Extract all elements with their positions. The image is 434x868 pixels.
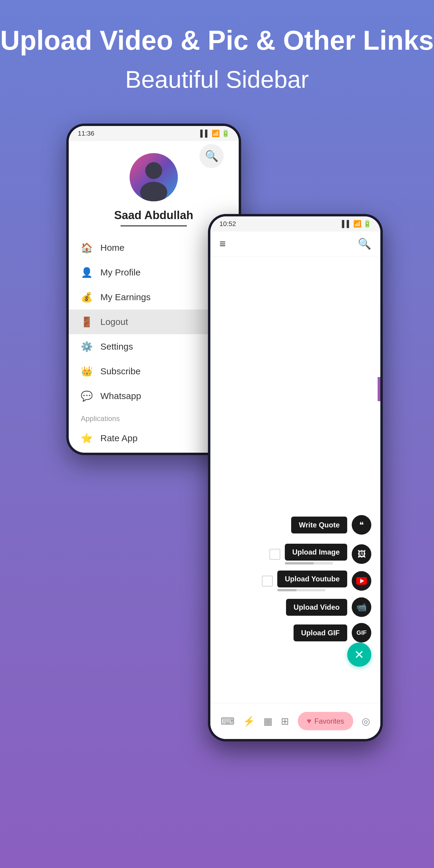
- upload-video-icon: 📹: [352, 597, 371, 617]
- upload-image-progress-area: Upload Image: [285, 544, 347, 564]
- avatar: [130, 153, 178, 201]
- sidebar-label-earnings: My Earnings: [100, 292, 151, 302]
- sidebar-label-subscribe: Subscribe: [100, 366, 141, 376]
- sidebar-label-rate: Rate App: [100, 433, 137, 443]
- nav-grid-icon[interactable]: ▦: [264, 715, 273, 727]
- upload-youtube-progress-area: Upload Youtube: [277, 570, 347, 591]
- search-button[interactable]: 🔍: [358, 238, 371, 250]
- front-phone-status-bar: 10:52 ▌▌ 📶 🔋: [210, 216, 380, 231]
- favorites-heart-icon: ♥: [307, 716, 311, 726]
- front-status-time: 10:52: [219, 220, 236, 228]
- back-status-time: 11:36: [78, 130, 94, 137]
- phones-container: 11:36 ▌▌ 📶 🔋: [51, 124, 383, 786]
- subscribe-icon: 👑: [81, 366, 93, 377]
- sidebar-label-whatsapp: Whatsapp: [100, 391, 141, 401]
- upload-youtube-button[interactable]: Upload Youtube: [277, 570, 347, 587]
- side-tab-indicator: [378, 377, 380, 401]
- hamburger-menu-button[interactable]: ≡: [219, 238, 226, 250]
- upload-image-icon: 🖼: [352, 544, 371, 564]
- nav-apps-icon[interactable]: ⊞: [281, 715, 289, 727]
- upload-image-checkbox[interactable]: [270, 549, 280, 560]
- write-quote-row: Write Quote ❝: [291, 515, 371, 535]
- front-phone: 10:52 ▌▌ 📶 🔋 ≡ 🔍 Write Quote ❝: [208, 214, 383, 741]
- upload-youtube-progress-fill: [277, 589, 297, 591]
- write-quote-button[interactable]: Write Quote: [291, 517, 347, 533]
- logout-icon: 🚪: [81, 316, 93, 328]
- upload-buttons-area: Write Quote ❝ Upload Image 🖼: [262, 515, 371, 643]
- upload-video-button[interactable]: Upload Video: [286, 599, 347, 616]
- upload-youtube-checkbox[interactable]: [262, 576, 273, 587]
- upload-youtube-progress-bar: [277, 589, 326, 591]
- header-title: Upload Video & Pic & Other Links: [0, 24, 434, 57]
- svg-point-1: [145, 162, 162, 179]
- front-phone-inner: 10:52 ▌▌ 📶 🔋 ≡ 🔍 Write Quote ❝: [210, 216, 380, 739]
- upload-gif-button[interactable]: Upload GIF: [293, 624, 347, 641]
- home-icon: 🏠: [81, 242, 93, 253]
- user-name: Saad Abdullah: [114, 209, 193, 222]
- back-phone-status-bar: 11:36 ▌▌ 📶 🔋: [69, 126, 239, 141]
- sidebar-label-logout: Logout: [100, 317, 128, 327]
- write-quote-icon: ❝: [352, 515, 371, 535]
- sidebar-label-home: Home: [100, 243, 124, 253]
- upload-image-button[interactable]: Upload Image: [285, 544, 347, 561]
- upload-image-progress-fill: [285, 562, 314, 564]
- front-phone-body: Write Quote ❝ Upload Image 🖼: [210, 256, 380, 703]
- profile-icon: 👤: [81, 267, 93, 278]
- upload-image-progress-bar: [285, 562, 333, 564]
- favorites-label: Favorites: [314, 717, 344, 725]
- header-subtitle: Beautiful Sidebar: [0, 66, 434, 93]
- earnings-icon: 💰: [81, 291, 93, 303]
- front-status-icons: ▌▌ 📶 🔋: [342, 220, 371, 228]
- upload-youtube-icon: [352, 571, 371, 591]
- nav-target-icon[interactable]: ◎: [362, 715, 370, 727]
- whatsapp-icon: 💬: [81, 390, 93, 402]
- favorites-button[interactable]: ♥ Favorites: [298, 712, 353, 730]
- nav-keyboard-icon[interactable]: ⌨: [221, 715, 235, 727]
- settings-icon: ⚙️: [81, 341, 93, 352]
- upload-youtube-row: Upload Youtube: [262, 570, 371, 591]
- back-status-icons: ▌▌ 📶 🔋: [200, 130, 230, 137]
- upload-image-row: Upload Image 🖼: [270, 544, 371, 564]
- upload-gif-row: Upload GIF GIF: [293, 623, 371, 643]
- header-section: Upload Video & Pic & Other Links Beautif…: [0, 24, 434, 112]
- username-underline: [121, 225, 187, 226]
- upload-gif-icon: GIF: [352, 623, 371, 643]
- back-phone-search-button[interactable]: 🔍: [199, 144, 224, 168]
- star-icon: ⭐: [81, 433, 93, 444]
- sidebar-label-profile: My Profile: [100, 267, 141, 278]
- bottom-navigation: ⌨ ⚡ ▦ ⊞ ♥ Favorites ◎: [210, 703, 380, 739]
- close-fab-button[interactable]: ✕: [347, 643, 371, 667]
- nav-lightning-icon[interactable]: ⚡: [243, 715, 255, 727]
- upload-video-row: Upload Video 📹: [286, 597, 371, 617]
- sidebar-label-settings: Settings: [100, 341, 133, 352]
- front-toolbar: ≡ 🔍: [210, 231, 380, 256]
